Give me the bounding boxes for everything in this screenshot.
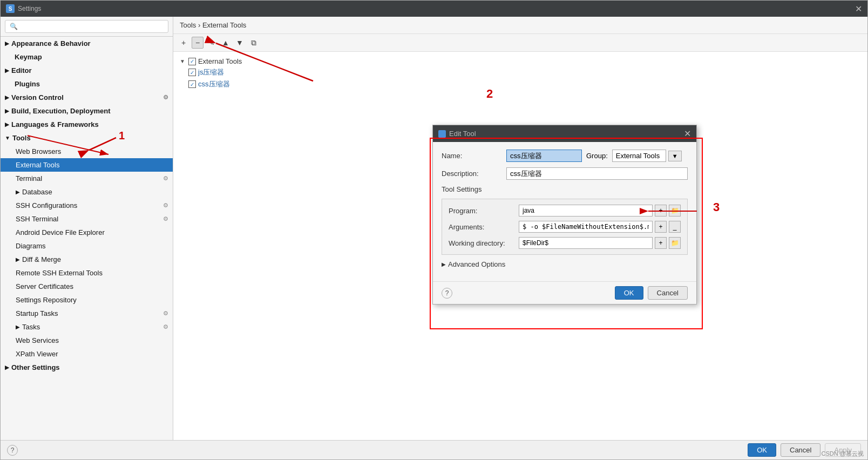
description-row: Description: xyxy=(442,167,688,180)
tool-item-js[interactable]: js压缩器 xyxy=(178,66,863,78)
dialog-help-button[interactable]: ? xyxy=(442,288,452,299)
name-input[interactable] xyxy=(506,150,582,162)
description-input[interactable] xyxy=(506,167,688,180)
sidebar-item-ssh-terminal[interactable]: SSH Terminal ⚙ xyxy=(1,212,173,226)
annotation-3: 3 xyxy=(713,200,720,214)
sidebar-item-ssh-config[interactable]: SSH Configurations ⚙ xyxy=(1,199,173,212)
sidebar-item-tools[interactable]: ▼ Tools xyxy=(1,131,173,145)
sidebar-item-appearance[interactable]: ▶ Appearance & Behavior xyxy=(1,37,173,50)
sidebar-item-android[interactable]: Android Device File Explorer xyxy=(1,226,173,239)
sidebar-item-diff-merge[interactable]: ▶ Diff & Merge xyxy=(1,253,173,266)
arguments-add-btn[interactable]: + xyxy=(655,221,667,233)
group-name: External Tools xyxy=(198,57,242,65)
sidebar-item-database[interactable]: ▶ Database xyxy=(1,185,173,199)
search-box xyxy=(1,17,173,37)
sidebar-label-startup-tasks: Startup Tasks xyxy=(16,309,58,317)
settings-window: S Settings ✕ ▶ Appearance & Behavior Key… xyxy=(0,0,868,460)
ok-button[interactable]: OK xyxy=(748,443,776,457)
group-checkbox[interactable] xyxy=(188,58,196,65)
sidebar-item-editor[interactable]: ▶ Editor xyxy=(1,64,173,77)
sidebar-label-diff: Diff & Merge xyxy=(22,255,61,263)
advanced-options-toggle[interactable]: ▶ Advanced Options xyxy=(442,260,688,268)
program-add-btn[interactable]: + xyxy=(655,205,667,217)
edit-tool-dialog: Edit Tool ✕ Name: Group: ▼ xyxy=(432,125,697,305)
sidebar-item-diagrams[interactable]: Diagrams xyxy=(1,239,173,253)
dialog-title-text: Edit Tool xyxy=(449,130,476,138)
dialog-body: Name: Group: ▼ Description: xyxy=(433,142,696,281)
main-panel: Tools › External Tools + − ✎ ▲ ▼ ⧉ ▼ xyxy=(173,17,867,440)
sidebar-item-web-browsers[interactable]: Web Browsers xyxy=(1,145,173,158)
arguments-input-row: + _ xyxy=(519,221,681,233)
copy-button[interactable]: ⧉ xyxy=(248,37,260,49)
sidebar-item-version-control[interactable]: ▶ Version Control ⚙ xyxy=(1,91,173,104)
sidebar-item-other-settings[interactable]: ▶ Other Settings xyxy=(1,361,173,374)
expand-arrow-vc: ▶ xyxy=(5,94,9,100)
tool-css-label: css压缩器 xyxy=(198,79,230,89)
cancel-button[interactable]: Cancel xyxy=(781,443,820,457)
dialog-icon xyxy=(438,130,446,138)
arguments-var-btn[interactable]: _ xyxy=(669,221,681,233)
tool-item-css[interactable]: css压缩器 xyxy=(178,78,863,90)
program-folder-btn[interactable]: 📁 xyxy=(669,205,681,217)
sidebar-item-keymap[interactable]: Keymap xyxy=(1,50,173,64)
arguments-row: Arguments: + _ xyxy=(449,221,681,233)
sidebar-label-android: Android Device File Explorer xyxy=(16,228,105,236)
sidebar-label-diagrams: Diagrams xyxy=(16,242,46,250)
sidebar-item-build[interactable]: ▶ Build, Execution, Deployment xyxy=(1,104,173,118)
edit-button[interactable]: ✎ xyxy=(206,37,218,49)
sidebar-label-terminal: Terminal xyxy=(16,174,42,182)
dialog-cancel-button[interactable]: Cancel xyxy=(648,286,688,300)
working-dir-folder-btn[interactable]: 📁 xyxy=(669,237,681,249)
working-dir-input-row: + 📁 xyxy=(519,237,681,249)
breadcrumb-root: Tools xyxy=(180,21,196,29)
sidebar-label-database: Database xyxy=(22,188,52,196)
group-input[interactable] xyxy=(612,150,666,162)
sidebar-label-settings-repo: Settings Repository xyxy=(16,296,77,304)
tool-css-checkbox[interactable] xyxy=(188,80,196,88)
program-input-row: + 📁 xyxy=(519,205,681,217)
working-dir-add-btn[interactable]: + xyxy=(655,237,667,249)
sidebar-item-plugins[interactable]: Plugins xyxy=(1,77,173,91)
sidebar: ▶ Appearance & Behavior Keymap ▶ Editor … xyxy=(1,17,173,440)
sidebar-item-xpath[interactable]: XPath Viewer xyxy=(1,347,173,361)
dialog-ok-button[interactable]: OK xyxy=(615,286,643,300)
sidebar-label-plugins: Plugins xyxy=(15,80,40,88)
watermark: CSDN @慕云视 xyxy=(822,450,864,458)
breadcrumb-bar: Tools › External Tools xyxy=(173,17,867,34)
expand-arrow-appearance: ▶ xyxy=(5,40,9,46)
expand-arrow-diff: ▶ xyxy=(16,256,20,262)
sidebar-item-server-certs[interactable]: Server Certificates xyxy=(1,280,173,293)
name-label: Name: xyxy=(442,152,506,160)
group-dropdown-button[interactable]: ▼ xyxy=(668,151,682,161)
sidebar-item-tasks[interactable]: ▶ Tasks ⚙ xyxy=(1,320,173,334)
remove-button[interactable]: − xyxy=(192,37,204,49)
close-button[interactable]: ✕ xyxy=(855,4,862,14)
breadcrumb-separator: › xyxy=(198,21,200,29)
sidebar-label-remote-ssh: Remote SSH External Tools xyxy=(16,269,103,277)
sidebar-item-languages[interactable]: ▶ Languages & Frameworks xyxy=(1,118,173,131)
working-dir-input[interactable] xyxy=(519,237,653,249)
title-bar-left: S Settings xyxy=(6,4,41,13)
sidebar-item-startup-tasks[interactable]: Startup Tasks ⚙ xyxy=(1,307,173,320)
help-icon-button[interactable]: ? xyxy=(7,445,18,456)
dialog-close-button[interactable]: ✕ xyxy=(684,128,691,139)
program-input[interactable] xyxy=(519,205,653,217)
sidebar-item-settings-repo[interactable]: Settings Repository xyxy=(1,293,173,307)
sidebar-item-web-services[interactable]: Web Services xyxy=(1,334,173,347)
sidebar-item-external-tools[interactable]: External Tools xyxy=(1,158,173,172)
group-header-external[interactable]: ▼ External Tools xyxy=(178,56,863,66)
dialog-title-left: Edit Tool xyxy=(438,130,476,138)
sidebar-label-appearance: Appearance & Behavior xyxy=(11,39,91,48)
tool-js-checkbox[interactable] xyxy=(188,69,196,76)
move-down-button[interactable]: ▼ xyxy=(234,37,246,49)
move-up-button[interactable]: ▲ xyxy=(220,37,232,49)
working-dir-label: Working directory: xyxy=(449,239,519,247)
sidebar-item-terminal[interactable]: Terminal ⚙ xyxy=(1,172,173,185)
sidebar-label-keymap: Keymap xyxy=(15,53,42,61)
search-input[interactable] xyxy=(5,20,168,33)
sidebar-item-remote-ssh[interactable]: Remote SSH External Tools xyxy=(1,266,173,280)
arguments-input[interactable] xyxy=(519,221,653,233)
content-area: ▶ Appearance & Behavior Keymap ▶ Editor … xyxy=(1,17,867,440)
add-button[interactable]: + xyxy=(178,37,189,49)
sidebar-label-vc: Version Control xyxy=(11,93,64,102)
